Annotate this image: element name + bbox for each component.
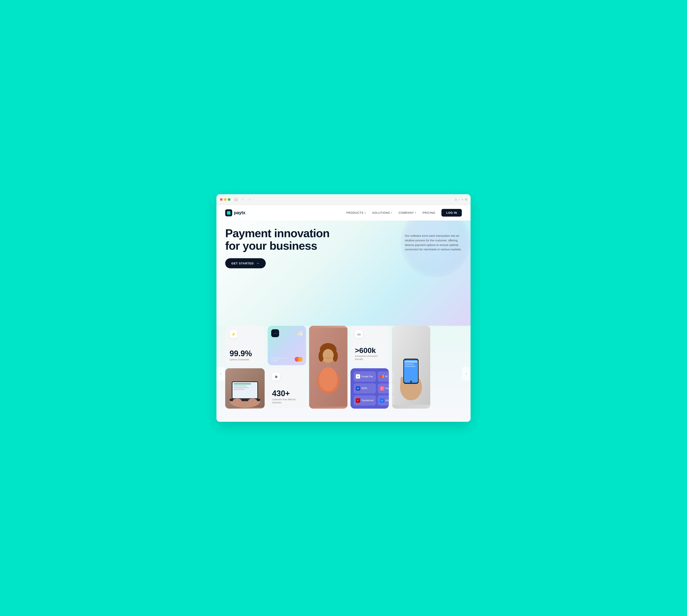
transactions-value: >600k (355, 346, 385, 355)
laptop-illustration (225, 368, 265, 408)
credit-card-visual: → •••• •••• •••• 1234 (268, 326, 306, 365)
uptime-value: 99.9% (230, 349, 260, 358)
transactions-card: ▭ >600k transactions processed annually (350, 326, 389, 365)
mc-orange-circle (298, 357, 302, 362)
payment-gpay: G Google Pay (353, 371, 376, 382)
traffic-light-close[interactable] (220, 198, 223, 201)
woman-photo-card (309, 326, 347, 409)
mc-icon (380, 374, 384, 379)
hero-description: Our software turns each transaction into… (405, 234, 462, 252)
mc-label: M... (386, 375, 389, 378)
card-icon: ▭ (357, 332, 361, 336)
payment-sepa: EU SEPA (353, 383, 376, 394)
traffic-light-minimize[interactable] (224, 198, 227, 201)
nav-products[interactable]: PRODUCTS + (346, 211, 366, 214)
cards-grid: ⚡ 99.9% Uptime Guarantee → (221, 326, 466, 415)
payment-klarna: K Klarna (378, 383, 394, 394)
browser-actions: ⎙ ↑ + ⧉ (455, 198, 467, 201)
arrow-icon: → (256, 261, 259, 265)
tabs-icon[interactable]: ⧉ (465, 198, 467, 201)
svg-rect-20 (405, 361, 417, 362)
paysafe-icon: P (356, 398, 360, 403)
share-icon[interactable]: ⎙ (455, 198, 457, 201)
woman-illustration (309, 326, 347, 409)
klarna-label: Klarna (386, 387, 392, 390)
transactions-label: transactions processed annually (355, 355, 385, 361)
lightning-icon: ⚡ (231, 332, 236, 336)
logo[interactable]: paytx (225, 210, 245, 216)
get-started-button[interactable]: GET STARTED → (225, 258, 266, 268)
svg-rect-29 (233, 386, 247, 386)
logo-icon (225, 210, 232, 216)
browser-chrome: ⬜ ‹ › ⎙ ↑ + ⧉ (216, 194, 471, 205)
browser-tab-icon[interactable]: ⬜ (233, 197, 238, 202)
gpay-icon: G (356, 374, 360, 379)
svg-point-34 (248, 398, 257, 403)
uptime-icon: ⚡ (230, 330, 237, 338)
mastercard-logo (295, 357, 302, 362)
payment-methods-card: G Google Pay M... (350, 368, 389, 409)
bookmark-icon[interactable]: ↑ (459, 198, 460, 201)
card-number: •••• •••• •••• 1234 (271, 357, 295, 362)
svg-point-33 (233, 398, 242, 403)
svg-rect-31 (233, 389, 245, 390)
payment-paysafe: P Paysafecard (353, 395, 376, 405)
browser-back-button[interactable]: ‹ (240, 197, 245, 202)
nav-solutions[interactable]: SOLUTIONS + (372, 211, 393, 214)
hero-title: Payment innovation for your business (225, 227, 343, 252)
browser-forward-button[interactable]: › (247, 197, 252, 202)
traffic-lights (220, 198, 230, 201)
users-icon: ⊕ (275, 375, 278, 379)
svg-rect-27 (232, 382, 257, 398)
browser-window: ⬜ ‹ › ⎙ ↑ + ⧉ paytx (216, 194, 471, 422)
nav-company[interactable]: COMPANY + (399, 211, 416, 214)
payment-mastercard: M... (378, 371, 394, 382)
svg-rect-30 (233, 387, 249, 388)
logo-icon-inner (227, 211, 230, 215)
payment-alipay: A Alip... (378, 395, 394, 405)
card-chip (296, 331, 302, 335)
alipay-label: Alip... (386, 399, 391, 402)
hero-section: Payment innovation for your business GET… (216, 221, 471, 330)
nav-pricing[interactable]: PRICING (422, 211, 436, 214)
website-content: paytx PRODUCTS + SOLUTIONS + COMPANY + (216, 205, 471, 422)
logo-text: paytx (234, 210, 245, 215)
navbar: paytx PRODUCTS + SOLUTIONS + COMPANY + (216, 205, 471, 221)
svg-point-23 (410, 380, 412, 383)
customers-value: 430+ (272, 389, 302, 398)
svg-rect-22 (405, 366, 416, 367)
svg-rect-1 (309, 328, 347, 406)
card-header: → (271, 329, 302, 337)
svg-rect-19 (404, 360, 418, 383)
laptop-photo-card (225, 368, 265, 409)
browser-toolbar: ⬜ ‹ › (233, 197, 452, 202)
nav-links: PRODUCTS + SOLUTIONS + COMPANY + PRICING (346, 209, 462, 217)
new-tab-icon[interactable]: + (462, 198, 463, 201)
woman-photo (309, 326, 347, 409)
laptop-photo (225, 368, 265, 409)
customers-label: customers from different industries (272, 398, 302, 404)
gpay-label: Google Pay (362, 375, 373, 378)
customers-icon: ⊕ (272, 373, 280, 380)
phone-photo (392, 326, 430, 409)
phone-illustration (392, 326, 430, 405)
alipay-icon: A (380, 398, 384, 403)
phone-photo-card (392, 326, 430, 409)
svg-rect-21 (405, 364, 413, 365)
uptime-label: Uptime Guarantee (230, 358, 260, 361)
svg-rect-28 (233, 383, 251, 384)
transactions-icon: ▭ (355, 330, 363, 338)
desktop-background: ⬜ ‹ › ⎙ ↑ + ⧉ paytx (212, 190, 475, 426)
sepa-label: SEPA (362, 387, 367, 390)
svg-point-7 (323, 349, 334, 361)
login-button[interactable]: LOG IN (441, 209, 462, 217)
uptime-card: ⚡ 99.9% Uptime Guarantee (225, 326, 265, 365)
card-arrow-icon: → (271, 329, 279, 337)
traffic-light-maximize[interactable] (228, 198, 230, 201)
sepa-icon: EU (356, 386, 360, 391)
svg-point-10 (319, 367, 337, 391)
klarna-icon: K (380, 386, 384, 391)
customers-card: ⊕ 430+ customers from different industri… (268, 368, 306, 409)
paysafe-label: Paysafecard (362, 399, 374, 402)
